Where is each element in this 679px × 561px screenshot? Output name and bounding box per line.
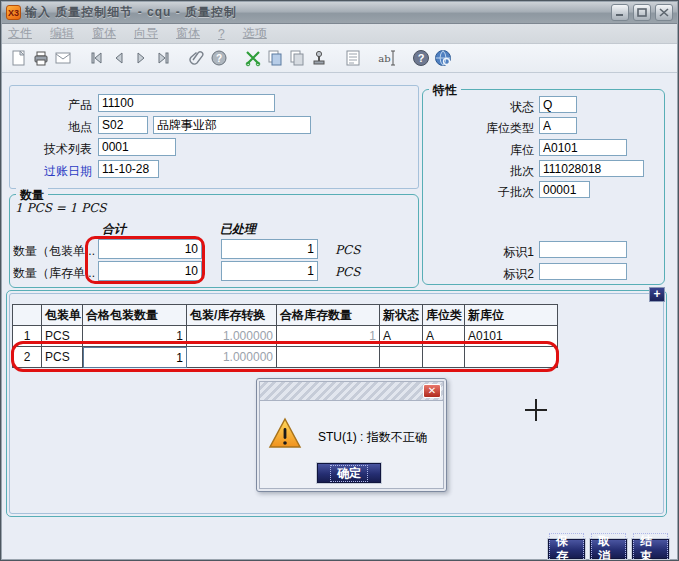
sub-lot-label: 子批次: [434, 184, 534, 201]
row1-new-loc[interactable]: A0101: [465, 326, 558, 347]
row2-status[interactable]: [380, 347, 423, 368]
text-field-icon[interactable]: ab: [376, 48, 398, 68]
dialog-ok-button[interactable]: 确定: [317, 463, 381, 483]
warning-icon: [268, 417, 302, 451]
row1-unit[interactable]: PCS: [42, 326, 83, 347]
qty-inv-label: 数量（库存单 ..: [13, 265, 97, 282]
client-area: 产品 地点 技术列表 过账日期 数量 1 PCS = 1 PCS 合计 已处理 …: [2, 73, 677, 559]
location-desc-field[interactable]: [153, 116, 311, 134]
col-loc-type: 库位类: [423, 305, 465, 326]
new-form-icon[interactable]: [8, 48, 30, 68]
col-rownum: [13, 305, 42, 326]
maximize-icon: [637, 8, 647, 17]
location-code-field[interactable]: [98, 116, 148, 134]
save-button[interactable]: 保存: [548, 539, 585, 559]
row2-unit[interactable]: PCS: [42, 347, 83, 368]
tools-icon[interactable]: [242, 48, 264, 68]
row1-qty[interactable]: 1: [83, 326, 187, 347]
menu-form[interactable]: 窗体: [92, 25, 116, 42]
status-field[interactable]: [539, 96, 577, 113]
qty-pack-total-field[interactable]: [98, 239, 202, 259]
menu-form2[interactable]: 窗体: [176, 25, 200, 42]
help-icon[interactable]: ?: [208, 48, 230, 68]
product-field[interactable]: [98, 94, 275, 112]
warehouse-loc-field[interactable]: [539, 139, 627, 156]
sub-lot-field[interactable]: [539, 181, 590, 198]
qty-pack-processed-field[interactable]: [221, 239, 318, 259]
menu-bar: 文件 编辑 窗体 向导 窗体 ? 选项: [2, 24, 677, 44]
title-bar: X3 输入 质量控制细节 - cqu - 质量控制: [2, 2, 677, 24]
minimize-button[interactable]: [611, 4, 629, 21]
id2-field[interactable]: [539, 263, 627, 280]
close-button[interactable]: [655, 4, 673, 21]
sign-stamp-icon[interactable]: [308, 48, 330, 68]
row1-loc-type[interactable]: A: [423, 326, 465, 347]
cancel-button[interactable]: 取消: [590, 539, 627, 559]
row1-num: 1: [13, 326, 42, 347]
qty-pack-label: 数量（包装单 ..: [13, 243, 97, 260]
id1-field[interactable]: [539, 241, 627, 258]
dialog-title-bar: ✕: [259, 381, 444, 400]
warehouse-loc-label: 库位: [434, 142, 534, 159]
product-label: 产品: [22, 97, 92, 114]
dialog-close-button[interactable]: ✕: [423, 384, 441, 398]
grid-row-1[interactable]: 1 PCS 1 1.000000 1 A A A0101: [13, 326, 558, 347]
grid-header-row: 包装单 合格包装数量 包装/库存转换 合格库存数量 新状态 库位类 新库位: [13, 305, 558, 326]
print-icon[interactable]: [30, 48, 52, 68]
row2-loc-type[interactable]: [423, 347, 465, 368]
row1-status[interactable]: A: [380, 326, 423, 347]
qty-inv-unit: PCS: [335, 265, 360, 279]
menu-options[interactable]: 选项: [243, 25, 267, 42]
menu-edit[interactable]: 编辑: [50, 25, 74, 42]
app-window: X3 输入 质量控制细节 - cqu - 质量控制 文件 编辑 窗体 向导 窗体…: [0, 0, 679, 561]
lot-field[interactable]: [539, 160, 644, 177]
col-approved-pack-qty: 合格包装数量: [83, 305, 187, 326]
id2-label: 标识2: [434, 266, 534, 283]
posting-date-field[interactable]: [98, 160, 159, 178]
last-record-icon[interactable]: [152, 48, 174, 68]
first-record-icon[interactable]: [86, 48, 108, 68]
attachment-icon[interactable]: [186, 48, 208, 68]
notes-list-icon[interactable]: [342, 48, 364, 68]
app-logo-icon: X3: [6, 5, 21, 20]
svg-text:?: ?: [216, 53, 222, 64]
next-record-icon[interactable]: [130, 48, 152, 68]
browse-globe-icon[interactable]: [432, 48, 454, 68]
minimize-icon: [615, 8, 625, 17]
duplicate-icon[interactable]: [286, 48, 308, 68]
row1-inv-qty[interactable]: 1: [277, 326, 380, 347]
menu-file[interactable]: 文件: [8, 25, 32, 42]
status-label: 状态: [434, 99, 534, 116]
loc-type-field[interactable]: [539, 117, 577, 134]
tech-list-field[interactable]: [98, 138, 176, 156]
row2-conv[interactable]: 1.000000: [187, 347, 277, 368]
posting-date-label: 过账日期: [22, 163, 92, 180]
col-pack-inv-conv: 包装/库存转换: [187, 305, 277, 326]
end-button[interactable]: 结束: [632, 539, 669, 559]
toolbar: ? ab ?: [2, 44, 677, 73]
close-icon: [659, 8, 669, 17]
col-new-loc: 新库位: [465, 305, 558, 326]
copy-window-icon[interactable]: [264, 48, 286, 68]
maximize-button[interactable]: [633, 4, 651, 21]
row2-new-loc[interactable]: [465, 347, 558, 368]
col-pack-unit: 包装单: [42, 305, 83, 326]
previous-record-icon[interactable]: [108, 48, 130, 68]
about-help-icon[interactable]: ?: [410, 48, 432, 68]
location-label: 地点: [22, 119, 92, 136]
insert-row-button[interactable]: +: [649, 287, 665, 302]
unit-conversion-text: 1 PCS = 1 PCS: [15, 201, 107, 215]
menu-wizard[interactable]: 向导: [134, 25, 158, 42]
dialog-body: STU(1) : 指数不正确 确定: [259, 400, 444, 489]
svg-text:?: ?: [418, 52, 425, 64]
warning-dialog: ✕ STU(1) : 指数不正确 确定: [256, 378, 447, 492]
row2-qty-input[interactable]: [83, 347, 187, 368]
row2-inv-qty[interactable]: [277, 347, 380, 368]
characteristics-group-label: 特性: [429, 82, 461, 99]
qty-inv-total-field[interactable]: [98, 261, 202, 281]
mail-export-icon[interactable]: [52, 48, 74, 68]
qty-inv-processed-field[interactable]: [221, 261, 318, 281]
total-column-header: 合计: [102, 221, 126, 238]
menu-help[interactable]: ?: [218, 27, 225, 41]
row1-conv[interactable]: 1.000000: [187, 326, 277, 347]
